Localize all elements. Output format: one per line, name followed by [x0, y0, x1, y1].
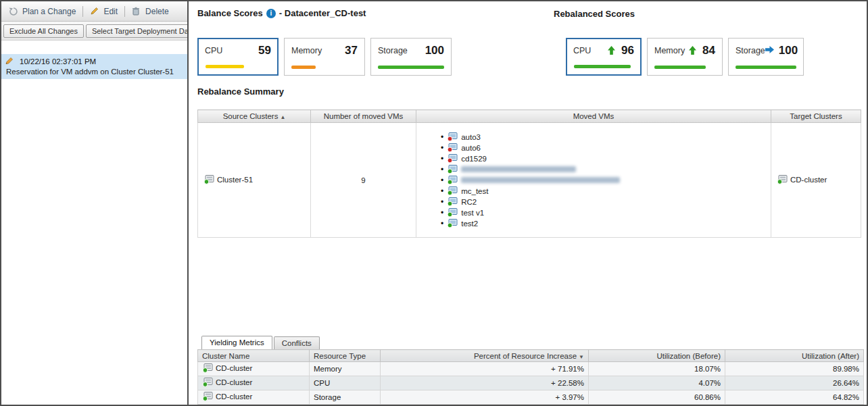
- cluster-name: CD-cluster: [216, 392, 252, 401]
- rebalanced-card-memory[interactable]: Memory 84: [647, 38, 723, 76]
- column-header-utilization-before[interactable]: Utilization (Before): [589, 350, 725, 362]
- card-label: CPU: [573, 46, 591, 55]
- moved-vm[interactable]: •: [441, 175, 771, 186]
- main-panel: Balance Scores i - Datacenter_CD-test Re…: [189, 1, 867, 405]
- edit-button[interactable]: Edit: [87, 5, 121, 18]
- delete-button[interactable]: Delete: [128, 5, 172, 18]
- delete-label: Delete: [145, 7, 169, 16]
- column-header-moved-vms[interactable]: Moved VMs: [416, 110, 771, 123]
- card-value: 59: [258, 44, 271, 57]
- bullet: •: [441, 165, 443, 174]
- moved-vm[interactable]: • test2: [441, 218, 771, 229]
- rebalanced-card-storage[interactable]: Storage 100: [728, 38, 804, 76]
- bullet: •: [441, 154, 443, 163]
- utilization-after: 64.82%: [725, 390, 864, 405]
- score-bar: [291, 66, 316, 69]
- rebalance-summary-title: Rebalance Summary: [197, 86, 867, 97]
- arrow-up-icon: [608, 46, 619, 55]
- column-header-percent-increase[interactable]: Percent of Resource Increase▼: [381, 350, 589, 362]
- table-row[interactable]: CD-cluster Memory + 71.91% 18.07% 89.98%: [198, 362, 864, 376]
- bullet: •: [441, 219, 443, 228]
- vm-icon: [447, 197, 458, 207]
- balance-scores-datacenter: - Datacenter_CD-test: [279, 8, 366, 18]
- column-header-moved-vm-count[interactable]: Number of moved VMs: [311, 110, 416, 123]
- yielding-metrics-table: Cluster Name Resource Type Percent of Re…: [197, 349, 864, 405]
- cluster-name: CD-cluster: [216, 364, 252, 372]
- balance-scores-title: Balance Scores: [197, 8, 263, 18]
- card-label: Storage: [736, 46, 765, 55]
- column-header-source-clusters[interactable]: Source Clusters▲: [198, 110, 311, 123]
- cluster-icon: [202, 392, 213, 401]
- resource-type: Memory: [310, 362, 381, 376]
- cluster-icon: [777, 175, 788, 184]
- table-row[interactable]: CD-cluster Storage + 3.97% 60.86% 64.82%: [198, 390, 864, 405]
- vm-name: test2: [461, 220, 478, 228]
- sidebar-toolbar: Plan a Change Edit Delete: [1, 1, 187, 22]
- score-bar: [654, 66, 706, 69]
- card-value: 100: [425, 44, 444, 57]
- sort-desc-icon: ▼: [579, 354, 584, 360]
- select-target-deployment-button[interactable]: Select Target Deployment Da: [86, 24, 187, 38]
- card-value: 96: [621, 44, 634, 57]
- edit-pencil-icon: [90, 7, 101, 16]
- vm-name: auto3: [461, 133, 481, 141]
- info-icon[interactable]: i: [266, 9, 276, 18]
- change-description: Reservation for VM addvm on Cluster Clus…: [5, 68, 183, 76]
- sort-asc-icon: ▲: [280, 114, 285, 120]
- utilization-after: 26.64%: [725, 376, 864, 390]
- moved-vm-count: 9: [311, 123, 416, 238]
- source-cluster-name: Cluster-51: [217, 176, 253, 184]
- moved-vm[interactable]: • auto6: [441, 143, 771, 153]
- rebalanced-card-cpu[interactable]: CPU 96: [566, 38, 642, 76]
- column-header-utilization-after[interactable]: Utilization (After): [725, 350, 864, 362]
- rebalance-summary-table: Source Clusters▲ Number of moved VMs Mov…: [197, 109, 861, 238]
- plan-a-change-button[interactable]: Plan a Change: [5, 5, 79, 18]
- card-value: 84: [702, 44, 715, 57]
- balance-card-memory[interactable]: Memory 37: [284, 38, 365, 76]
- plan-a-change-label: Plan a Change: [22, 7, 76, 16]
- percent-increase: + 22.58%: [381, 376, 589, 390]
- column-header-cluster-name[interactable]: Cluster Name: [198, 350, 310, 362]
- score-bar: [736, 66, 796, 69]
- vm-icon: [447, 208, 458, 218]
- summary-row[interactable]: Cluster-51 9 • auto3 •: [198, 123, 861, 238]
- column-header-resource-type[interactable]: Resource Type: [310, 350, 381, 362]
- toolbar-separator: [124, 6, 125, 17]
- card-label: CPU: [205, 46, 222, 55]
- card-label: Memory: [291, 46, 322, 55]
- toolbar-separator: [82, 6, 83, 17]
- change-timestamp: 10/22/16 02:37:01 PM: [20, 57, 96, 66]
- exclude-all-changes-button[interactable]: Exclude All Changes: [3, 24, 84, 38]
- vm-icon: [447, 165, 458, 174]
- balance-card-cpu[interactable]: CPU 59: [197, 38, 279, 76]
- bullet: •: [441, 197, 443, 207]
- column-header-target-clusters[interactable]: Target Clusters: [771, 110, 861, 123]
- score-bar: [574, 65, 631, 68]
- tab-yielding-metrics[interactable]: Yielding Metrics: [201, 336, 272, 349]
- moved-vm[interactable]: •: [441, 164, 771, 175]
- rebalanced-score-cards: CPU 96 Memory: [566, 38, 804, 76]
- change-list-item-selected[interactable]: 10/22/16 02:37:01 PM Reservation for VM …: [1, 54, 187, 79]
- vm-name: RC2: [461, 198, 477, 206]
- balance-card-storage[interactable]: Storage 100: [370, 38, 452, 76]
- tab-conflicts[interactable]: Conflicts: [274, 336, 320, 349]
- card-value: 100: [779, 44, 798, 57]
- score-bar: [206, 65, 244, 68]
- resource-type: CPU: [310, 376, 381, 390]
- percent-increase: + 71.91%: [381, 362, 589, 376]
- moved-vm[interactable]: • RC2: [441, 197, 771, 207]
- percent-increase: + 3.97%: [381, 390, 589, 405]
- table-row[interactable]: CD-cluster CPU + 22.58% 4.07% 26.64%: [198, 376, 864, 390]
- target-cluster-name: CD-cluster: [790, 176, 827, 184]
- reservation-icon: [5, 57, 16, 66]
- cluster-icon: [202, 363, 213, 373]
- moved-vm[interactable]: • auto3: [441, 132, 771, 143]
- moved-vm[interactable]: • cd1529: [441, 153, 771, 164]
- vm-name: auto6: [461, 144, 481, 152]
- score-bar: [378, 66, 444, 69]
- balance-score-cards: CPU 59 Memory 37 Storage 100: [197, 38, 452, 76]
- vm-icon: [447, 186, 458, 196]
- moved-vm[interactable]: • mc_test: [441, 186, 771, 197]
- cluster-icon: [202, 378, 213, 387]
- moved-vm[interactable]: • test v1: [441, 207, 771, 218]
